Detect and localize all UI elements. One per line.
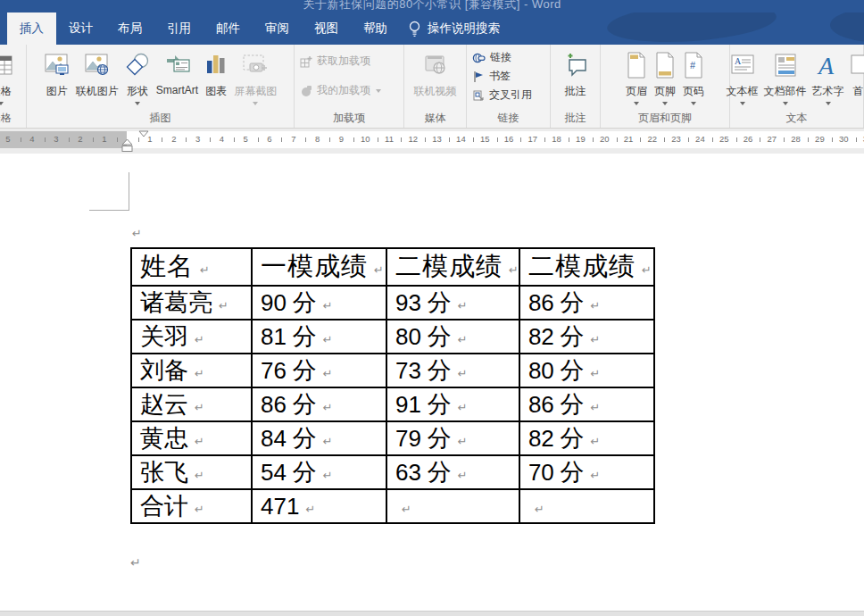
table-cell[interactable]: ↵ [386,489,519,523]
paragraph-mark-icon: ↵ [323,401,333,414]
table-cell[interactable]: 91 分↵ [386,387,519,421]
horizontal-ruler[interactable]: 5432112345678910111213141516171819202122… [0,131,864,148]
table-header-row: 姓名↵一模成绩↵二模成绩↵二模成绩↵ [131,248,654,286]
tab-设计[interactable]: 设计 [56,12,105,45]
cross-reference-button[interactable]: 交叉引用 [467,86,550,104]
header-button[interactable]: 页眉 [622,49,651,105]
table-header-cell[interactable]: 二模成绩↵ [519,248,654,286]
tab-插入[interactable]: 插入 [7,12,56,45]
table-icon [0,49,12,81]
cell-number: 76 [261,357,287,384]
table-cell[interactable]: ↵ [519,489,654,523]
table-header-cell[interactable]: 二模成绩↵ [386,248,519,286]
table-cell[interactable]: 86 分↵ [519,286,654,320]
table-cell[interactable]: 79 分↵ [386,421,519,455]
table-cell[interactable]: 黄忠↵ [131,421,252,455]
title-bar: 关于新社保问题的80个小常识 [兼容模式] - Word [0,0,864,12]
quick-parts-button[interactable]: 文档部件 [761,49,810,105]
ruler-number: 12 [409,134,419,144]
table-cell[interactable]: 诸葛亮↵ [131,286,252,320]
document-page[interactable]: ↵ 姓名↵一模成绩↵二模成绩↵二模成绩↵诸葛亮↵90 分↵93 分↵86 分↵关… [0,154,864,611]
online-pictures-button[interactable]: 联机图片 [73,49,121,99]
tab-帮助[interactable]: 帮助 [351,12,400,45]
tab-审阅[interactable]: 审阅 [253,12,302,45]
drop-cap-icon [850,49,864,81]
table-button[interactable]: 表格 [0,49,26,105]
ruler-number: 6 [267,134,271,144]
picture-button[interactable]: 图片 [41,49,73,99]
ruler-number: 28 [791,134,801,144]
comment-label: 批注 [565,84,586,99]
table-cell[interactable]: 471↵ [252,489,386,523]
chart-button[interactable]: 图表 [201,49,231,99]
ribbon-group-comments: 批注 批注 [551,45,601,128]
table-cell[interactable]: 86 分↵ [252,387,386,421]
paragraph-mark-icon: ↵ [591,299,601,312]
table-cell[interactable]: 合计↵ [131,489,252,523]
paragraph-mark-icon: ↵ [305,503,315,516]
bookmark-button[interactable]: 书签 [467,67,550,86]
get-addins-label: 获取加载项 [317,54,370,69]
ruler-tick [473,137,474,142]
tab-引用[interactable]: 引用 [154,12,204,45]
cell-number: 86 [528,289,554,316]
table-cell[interactable]: 80 分↵ [386,320,519,354]
paragraph-mark-icon: ↵ [200,263,210,277]
table-cell[interactable]: 84 分↵ [252,421,386,455]
smartart-button[interactable]: SmartArt [154,49,201,96]
ruler-number: 14 [456,134,466,144]
cell-number: 471 [261,493,299,520]
paragraph-mark-icon: ↵ [323,333,333,346]
wordart-button[interactable]: A 艺术字 [810,49,847,105]
table-cell[interactable]: 关羽↵ [131,320,252,354]
table-cell[interactable]: 刘备↵ [131,354,252,387]
table-cell[interactable]: 82 分↵ [519,421,654,455]
online-video-label: 联机视频 [414,84,457,99]
table-header-cell[interactable]: 姓名↵ [131,248,252,286]
footer-button[interactable]: 页脚 [651,49,679,105]
ruler-number: 21 [624,134,634,144]
link-button[interactable]: 链接 [467,48,550,67]
status-bar-edge [0,611,864,616]
paragraph-mark-icon: ↵ [642,263,652,277]
svg-text:A: A [817,52,835,79]
table-cell[interactable]: 63 分↵ [386,455,519,489]
paragraph-mark-icon: ↵ [509,263,519,277]
table-header-cell[interactable]: 一模成绩↵ [252,248,386,286]
cell-number: 54 [261,459,287,486]
cell-number: 93 [395,289,421,316]
table-cell[interactable]: 76 分↵ [252,354,386,387]
scores-table[interactable]: 姓名↵一模成绩↵二模成绩↵二模成绩↵诸葛亮↵90 分↵93 分↵86 分↵关羽↵… [130,247,655,524]
ruler-tick [832,137,833,142]
tab-邮件[interactable]: 邮件 [204,12,253,45]
tab-视图[interactable]: 视图 [302,12,351,45]
table-cell[interactable]: 张飞↵ [131,455,252,489]
table-cell[interactable]: 90 分↵ [252,286,386,320]
table-cell[interactable]: 93 分↵ [386,286,519,320]
tell-me-search[interactable]: 操作说明搜索 [400,12,500,45]
text-box-button[interactable]: A 文本框 [724,49,761,105]
shapes-button[interactable]: 形状 [121,49,154,105]
ruler-tick [93,137,94,142]
drop-cap-label: 首 [853,84,864,99]
ribbon: 表格 表格 [0,45,864,129]
hanging-indent-marker[interactable] [121,139,133,153]
ruler-number: 4 [220,134,224,144]
ruler-tick [21,137,21,142]
cross-reference-label: 交叉引用 [489,87,532,103]
paragraph-mark-icon: ↵ [591,333,601,346]
drop-cap-button-clipped[interactable]: 首 [847,49,864,99]
page-number-button[interactable]: # 页码 [679,49,708,105]
table-cell[interactable]: 70 分↵ [519,455,654,489]
table-cell[interactable]: 73 分↵ [386,354,519,387]
comment-button[interactable]: 批注 [560,49,592,99]
table-cell[interactable]: 81 分↵ [252,320,386,354]
cell-number: 86 [261,391,287,418]
tab-布局[interactable]: 布局 [105,12,154,45]
table-cell[interactable]: 80 分↵ [519,354,654,387]
table-cell[interactable]: 86 分↵ [519,387,654,421]
shapes-label: 形状 [127,84,148,99]
table-cell[interactable]: 82 分↵ [519,320,654,354]
table-cell[interactable]: 赵云↵ [131,387,252,421]
table-cell[interactable]: 54 分↵ [252,455,386,489]
